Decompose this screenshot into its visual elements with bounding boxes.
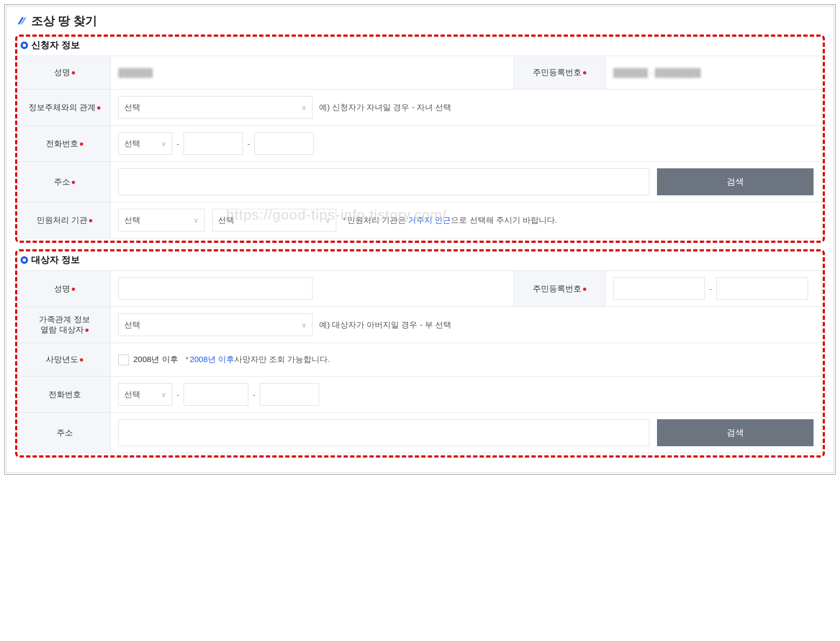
applicant-rrn-label: 주민등록번호: [514, 56, 606, 90]
applicant-rrn-value: ██████ - ████████: [613, 68, 701, 77]
subject-name-label: 성명: [19, 271, 111, 307]
death-year-checkbox[interactable]: [118, 354, 129, 365]
subject-rrn-1-input[interactable]: [613, 277, 705, 300]
death-year-hint: *2008년 이후사망자만 조회 가능합니다.: [186, 354, 330, 365]
agency-select-1[interactable]: 선택 ∨: [118, 209, 205, 231]
rrn-dash: -: [705, 284, 716, 294]
subject-address-search-button[interactable]: 검색: [657, 419, 814, 446]
applicant-phone-last-input[interactable]: [254, 132, 314, 155]
subject-relation-hint: 예) 대상자가 아버지일 경우 - 부 선택: [319, 320, 451, 330]
required-icon: [80, 142, 83, 146]
phone-dash: -: [172, 139, 184, 148]
subject-relation-label: 가족관계 정보 열람 대상자: [19, 307, 111, 343]
page-title-icon: [17, 16, 27, 26]
applicant-relation-row: 정보주체와의 관계 선택 ∨ 예) 신청자가 자녀일 경우 - 자녀 선택: [19, 90, 822, 126]
subject-section: 대상자 정보 성명 주민등록번호 - 가족관계: [15, 249, 825, 458]
required-icon: [89, 219, 92, 222]
required-icon: [72, 71, 75, 74]
subject-name-input[interactable]: [118, 277, 313, 300]
required-icon: [72, 288, 75, 291]
page-title: 조상 땅 찾기: [31, 13, 97, 29]
applicant-phone-prefix-select[interactable]: 선택 ∨: [118, 132, 172, 155]
subject-address-input[interactable]: [118, 419, 649, 446]
required-icon: [97, 106, 100, 110]
applicant-section-title: 신청자 정보: [31, 39, 80, 51]
applicant-agency-row: 민원처리 기관 선택 ∨ 선택 ∨ *민원처리 기관은 거주지: [19, 202, 822, 238]
subject-phone-mid-input[interactable]: [184, 383, 248, 406]
required-icon: [583, 71, 586, 74]
subject-deathyear-label: 사망년도: [19, 343, 111, 377]
subject-relation-select[interactable]: 선택 ∨: [118, 313, 313, 336]
applicant-relation-label: 정보주체와의 관계: [19, 90, 111, 126]
required-icon: [85, 329, 89, 332]
death-year-checkbox-label: 2008년 이후: [133, 354, 178, 365]
applicant-agency-label: 민원처리 기관: [19, 202, 111, 238]
subject-deathyear-row: 사망년도 2008년 이후 *2008년 이후사망자만 조회 가능합니다.: [19, 343, 822, 377]
subject-name-row: 성명 주민등록번호 -: [19, 271, 822, 307]
applicant-section: 신청자 정보 성명 ██████ 주민등록번호 ██████ - ███████…: [15, 35, 825, 243]
required-icon: [80, 358, 83, 362]
chevron-down-icon: ∨: [301, 103, 307, 112]
required-icon: [583, 288, 586, 291]
chevron-down-icon: ∨: [301, 320, 307, 329]
chevron-down-icon: ∨: [325, 216, 330, 224]
section-radio-icon: [21, 42, 28, 49]
agency-select-2[interactable]: 선택 ∨: [212, 209, 336, 231]
applicant-relation-hint: 예) 신청자가 자녀일 경우 - 자녀 선택: [319, 103, 451, 113]
chevron-down-icon: ∨: [161, 139, 166, 148]
agency-hint: *민원처리 기관은 거주지 인근으로 선택해 주시기 바랍니다.: [343, 215, 557, 226]
subject-phone-label: 전화번호: [19, 377, 111, 413]
subject-phone-row: 전화번호 선택 ∨ - -: [19, 377, 822, 413]
applicant-address-search-button[interactable]: 검색: [657, 168, 814, 195]
subject-relation-row: 가족관계 정보 열람 대상자 선택 ∨ 예) 대상자가 아버지일 경우 - 부 …: [19, 307, 822, 343]
applicant-address-label: 주소: [19, 162, 111, 202]
page-header: 조상 땅 찾기: [15, 13, 825, 35]
applicant-relation-select[interactable]: 선택 ∨: [118, 96, 313, 119]
subject-phone-last-input[interactable]: [260, 383, 319, 406]
applicant-address-input[interactable]: [118, 168, 649, 195]
subject-phone-prefix-select[interactable]: 선택 ∨: [118, 383, 172, 406]
applicant-name-row: 성명 ██████ 주민등록번호 ██████ - ████████: [19, 56, 822, 90]
section-radio-icon: [21, 256, 28, 264]
subject-section-title: 대상자 정보: [31, 254, 80, 266]
phone-dash: -: [243, 139, 254, 148]
applicant-name-value: ██████: [118, 68, 153, 77]
subject-address-label: 주소: [19, 413, 111, 453]
chevron-down-icon: ∨: [161, 390, 166, 399]
subject-address-row: 주소 검색: [19, 413, 822, 453]
subject-rrn-label: 주민등록번호: [514, 271, 606, 307]
applicant-phone-label: 전화번호: [19, 126, 111, 162]
applicant-phone-mid-input[interactable]: [184, 132, 243, 155]
phone-dash: -: [172, 390, 184, 399]
applicant-phone-row: 전화번호 선택 ∨ - -: [19, 126, 822, 162]
applicant-name-label: 성명: [19, 56, 111, 90]
subject-rrn-2-input[interactable]: [716, 277, 808, 300]
applicant-address-row: 주소 검색: [19, 162, 822, 202]
phone-dash: -: [248, 390, 260, 399]
chevron-down-icon: ∨: [193, 216, 199, 224]
required-icon: [72, 181, 75, 184]
